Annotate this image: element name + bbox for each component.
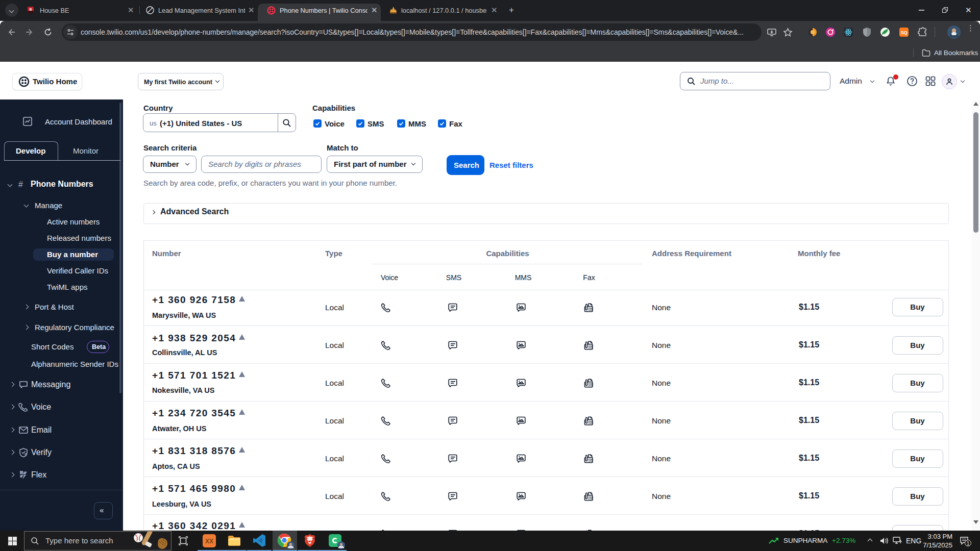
svg-text:XX: XX	[205, 538, 213, 545]
svg-text:B: B	[29, 8, 32, 11]
svg-text:SQ: SQ	[900, 30, 908, 35]
